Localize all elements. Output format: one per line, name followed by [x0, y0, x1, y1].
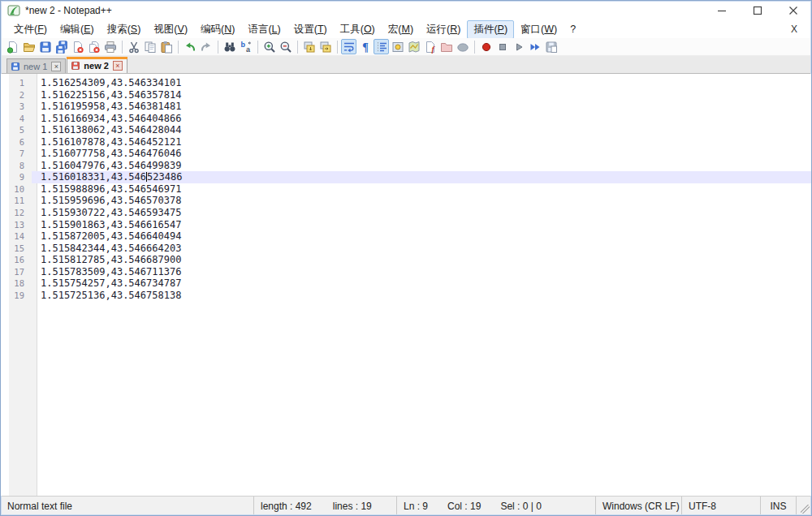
resize-grip[interactable] — [797, 497, 811, 515]
status-length-lines: length : 492 lines : 19 — [254, 497, 397, 515]
code-line-18[interactable]: 181.515754257,43.546734787 — [1, 277, 811, 290]
function-list-icon[interactable]: f — [422, 39, 438, 54]
tab-new-2[interactable]: new 2× — [67, 57, 127, 73]
code-line-1[interactable]: 11.516254309,43.546334101 — [1, 77, 811, 89]
line-number: 5 — [1, 124, 32, 136]
status-encoding[interactable]: UTF-8 — [682, 497, 761, 515]
line-text: 1.515725136,43.546758138 — [32, 290, 811, 302]
code-line-14[interactable]: 141.515872005,43.546640494 — [1, 230, 811, 243]
menu-item-window[interactable]: 窗口(W) — [514, 20, 564, 39]
sync-horizontal-scroll-icon[interactable] — [317, 39, 333, 54]
code-line-10[interactable]: 101.515988896,43.546546971 — [1, 183, 811, 196]
menu-item-encoding[interactable]: 编码(N) — [194, 20, 241, 39]
svg-text:¶: ¶ — [362, 41, 369, 54]
svg-text:b: b — [240, 41, 245, 49]
zoom-out-icon[interactable] — [278, 39, 293, 54]
code-line-15[interactable]: 151.515842344,43.546664203 — [1, 243, 811, 255]
menu-item-search[interactable]: 搜索(S) — [101, 20, 148, 39]
svg-text:f: f — [431, 44, 435, 53]
menu-item-language[interactable]: 语言(L) — [241, 20, 287, 39]
copy-icon[interactable] — [142, 39, 158, 54]
tab-close-icon[interactable]: × — [51, 62, 61, 71]
menu-item-run[interactable]: 运行(R) — [420, 20, 467, 39]
indent-guide-icon[interactable] — [374, 39, 389, 54]
cut-icon[interactable] — [126, 39, 141, 54]
line-text: 1.515872005,43.546640494 — [32, 230, 811, 243]
code-line-13[interactable]: 131.515901863,43.546616547 — [1, 219, 811, 231]
maximize-button[interactable] — [740, 1, 775, 20]
save-all-icon[interactable] — [54, 39, 69, 54]
code-line-7[interactable]: 71.516077758,43.546476046 — [1, 148, 811, 160]
folder-workspace-icon[interactable] — [438, 39, 454, 54]
menu-item-file[interactable]: 文件(F) — [7, 20, 54, 39]
code-line-3[interactable]: 31.516195958,43.546381481 — [1, 101, 811, 113]
code-line-19[interactable]: 191.515725136,43.546758138 — [1, 290, 811, 302]
editor-area[interactable]: 11.516254309,43.54633410121.516225156,43… — [1, 74, 811, 496]
save-icon[interactable] — [37, 39, 53, 54]
line-number: 3 — [1, 101, 32, 113]
line-number: 10 — [1, 183, 32, 196]
minimize-button[interactable] — [704, 1, 740, 20]
menu-item-plugins[interactable]: 插件(P) — [467, 20, 514, 39]
macro-stop-icon[interactable] — [495, 39, 510, 54]
close-doc-icon[interactable] — [70, 39, 85, 54]
replace-icon[interactable]: ba — [238, 39, 253, 54]
redo-icon[interactable] — [198, 39, 214, 54]
toolbar-separator — [474, 41, 475, 54]
code-line-8[interactable]: 81.516047976,43.546499839 — [1, 160, 811, 172]
line-number: 11 — [1, 195, 32, 207]
line-text: 1.516077758,43.546476046 — [32, 148, 811, 160]
sync-vertical-scroll-icon[interactable] — [301, 39, 317, 54]
close-button[interactable] — [775, 1, 811, 20]
line-text: 1.516254309,43.546334101 — [32, 77, 811, 89]
line-number: 19 — [1, 290, 32, 302]
menu-item-help[interactable]: ? — [564, 21, 582, 37]
function-completion-icon[interactable] — [390, 39, 405, 54]
macro-play-icon[interactable] — [511, 39, 526, 54]
line-text: 1.516166934,43.546404866 — [32, 113, 811, 125]
new-file-icon[interactable] — [5, 39, 20, 54]
print-icon[interactable] — [102, 39, 118, 54]
code-line-12[interactable]: 121.515930722,43.546593475 — [1, 207, 811, 219]
document-map-icon[interactable] — [406, 39, 421, 54]
saved-doc-icon — [11, 62, 24, 71]
word-wrap-icon[interactable] — [341, 39, 356, 54]
line-text: 1.516225156,43.546357814 — [32, 89, 811, 101]
code-line-16[interactable]: 161.515812785,43.546687900 — [1, 254, 811, 266]
statusbar: Normal text file length : 492 lines : 19… — [1, 496, 811, 515]
tab-new-1[interactable]: new 1× — [6, 58, 66, 73]
menu-item-tools[interactable]: 工具(O) — [334, 20, 382, 39]
find-icon[interactable] — [222, 39, 237, 54]
open-icon[interactable] — [21, 39, 37, 54]
menu-item-settings[interactable]: 设置(T) — [287, 20, 334, 39]
document-switcher-icon[interactable] — [455, 39, 470, 54]
code-line-2[interactable]: 21.516225156,43.546357814 — [1, 89, 811, 101]
line-text: 1.516047976,43.546499839 — [32, 160, 811, 172]
zoom-in-icon[interactable] — [261, 39, 277, 54]
line-text: 1.515930722,43.546593475 — [32, 207, 811, 219]
menu-item-edit[interactable]: 编辑(E) — [54, 20, 101, 39]
code-line-6[interactable]: 61.516107878,43.546452121 — [1, 136, 811, 148]
paste-icon[interactable] — [158, 39, 174, 54]
macro-run-multiple-icon[interactable] — [527, 39, 542, 54]
code-line-5[interactable]: 51.516138062,43.546428044 — [1, 124, 811, 136]
line-number: 8 — [1, 160, 32, 172]
show-all-chars-icon[interactable]: ¶ — [357, 39, 373, 54]
macro-record-icon[interactable] — [478, 39, 494, 54]
code-line-17[interactable]: 171.515783509,43.546711376 — [1, 266, 811, 278]
close-document-icon[interactable]: X — [787, 23, 801, 36]
undo-icon[interactable] — [182, 39, 197, 54]
line-text: 1.515754257,43.546734787 — [32, 277, 811, 290]
line-text: 1.515901863,43.546616547 — [32, 219, 811, 231]
code-line-4[interactable]: 41.516166934,43.546404866 — [1, 113, 811, 125]
tab-close-icon[interactable]: × — [113, 61, 123, 71]
close-all-docs-icon[interactable] — [86, 39, 102, 54]
status-insert-mode[interactable]: INS — [761, 497, 797, 515]
menu-item-view[interactable]: 视图(V) — [147, 20, 194, 39]
status-eol-format[interactable]: Windows (CR LF) — [596, 497, 682, 515]
line-text: 1.516195958,43.546381481 — [32, 101, 811, 113]
menu-item-macro[interactable]: 宏(M) — [382, 20, 420, 39]
code-line-9[interactable]: 91.516018331,43.546523486 — [1, 171, 811, 183]
code-line-11[interactable]: 111.515959696,43.546570378 — [1, 195, 811, 207]
macro-save-icon[interactable] — [543, 39, 559, 54]
